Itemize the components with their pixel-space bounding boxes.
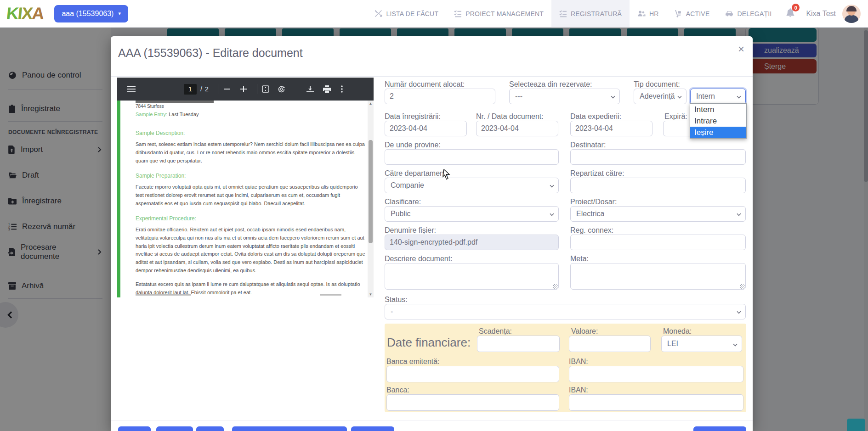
nav-item-lista-de-facut[interactable]: LISTA DE FĂCUT: [367, 0, 446, 28]
banca-label: Banca:: [386, 386, 409, 394]
avatar-body: [845, 15, 858, 23]
tip-document-select[interactable]: Adeverință: [634, 89, 686, 104]
data-expedierii-label: Data expedierii:: [570, 112, 621, 121]
tip-document-label: Tip document:: [634, 80, 680, 89]
close-icon[interactable]: ×: [738, 43, 744, 56]
chevron-down-icon: [550, 183, 554, 187]
catre-departament-label: Către departament:: [385, 169, 448, 178]
zoom-in-icon[interactable]: [240, 86, 247, 92]
moneda-value: LEI: [667, 340, 678, 348]
pdf-paragraph: Erati omnitae officaerio. Reictem aut et…: [136, 226, 365, 275]
rotate-icon[interactable]: [278, 85, 285, 93]
meta-label: Meta:: [570, 255, 589, 263]
nav-item-proiect-management[interactable]: PROIECT MANAGEMENT: [446, 0, 551, 28]
pdf-page[interactable]: 7844 Sturfoss Sample Entry: Last Tuesday…: [117, 101, 374, 297]
dropdown-option-intern[interactable]: Intern: [690, 104, 746, 115]
moneda-label: Moneda:: [663, 327, 692, 336]
scroll-down-icon[interactable]: ▼: [368, 291, 374, 297]
nav-item-label: PROIECT MANAGEMENT: [465, 10, 544, 17]
catre-departament-select[interactable]: Companie: [385, 178, 559, 193]
de-unde-provine-input[interactable]: [385, 149, 559, 165]
iban1-input[interactable]: [569, 366, 743, 382]
notifications-button[interactable]: 0: [779, 8, 801, 19]
pdf-scrollbar[interactable]: ▲ ▼: [368, 101, 374, 297]
nav-item-active[interactable]: ACTIVE: [667, 0, 718, 28]
nav-item-delegatii[interactable]: DELEGAȚII: [717, 0, 779, 28]
nav-item-hr[interactable]: HR: [630, 0, 667, 28]
data-expedierii-input[interactable]: [570, 121, 652, 136]
repartizat-catre-label: Repartizat către:: [570, 169, 624, 178]
tip-directie-select[interactable]: Intern: [690, 89, 746, 104]
pdf-heading: Sample Description:: [136, 129, 365, 138]
modal-footer-button-2[interactable]: [156, 426, 193, 431]
pdf-toolbar: 1 / 2: [117, 78, 374, 101]
data-inregistrarii-input[interactable]: [385, 121, 467, 136]
nav-item-registratura[interactable]: REGISTRATURĂ: [551, 0, 630, 28]
expira-label: Expiră:: [664, 112, 687, 121]
descriere-document-textarea[interactable]: [385, 263, 559, 290]
modal-footer-button-3[interactable]: [196, 426, 224, 431]
user-name: Kixa Test: [806, 10, 836, 18]
pdf-entry-value: Last Tuesday: [167, 112, 199, 117]
de-unde-provine-label: De unde provine:: [385, 141, 441, 149]
proiect-dosar-select[interactable]: Electrica: [570, 206, 746, 222]
meta-textarea[interactable]: [570, 263, 746, 290]
pdf-clipped-line: [136, 101, 214, 103]
checklist-icon: [559, 10, 567, 17]
pdf-entry-line: Sample Entry: Last Tuesday: [136, 111, 365, 119]
dropdown-option-iesire[interactable]: Ieșire: [690, 127, 746, 138]
banca-emitenta-label: Banca emitentă:: [386, 358, 440, 366]
banca-emitenta-input[interactable]: [386, 366, 559, 382]
denumire-fisier-label: Denumire fișier:: [385, 226, 436, 235]
fit-page-icon[interactable]: [262, 85, 269, 93]
valoare-input[interactable]: [569, 336, 651, 352]
reg-connex-input[interactable]: [570, 235, 746, 250]
pdf-address-line: 7844 Sturfoss: [136, 104, 164, 109]
denumire-fisier-input: [385, 235, 559, 250]
sidebar-toggle-icon[interactable]: [127, 86, 136, 92]
rezervate-label: Selecteaza din rezervate:: [509, 80, 592, 89]
print-icon[interactable]: [323, 85, 331, 93]
chevron-down-icon: [677, 94, 681, 98]
app-selector-button[interactable]: aaa (15539063) ▾: [54, 5, 128, 22]
modal-footer-button-5[interactable]: [351, 426, 394, 431]
modal-footer-button-1[interactable]: [118, 426, 151, 431]
modal-footer-close-button[interactable]: [693, 426, 746, 431]
zoom-out-icon[interactable]: [224, 89, 230, 90]
toolbar-divider: [219, 84, 219, 94]
rezervate-select[interactable]: ---: [509, 89, 620, 104]
scroll-up-icon[interactable]: ▲: [368, 101, 374, 106]
moneda-select[interactable]: LEI: [661, 336, 742, 352]
nr-data-document-input[interactable]: [476, 121, 558, 136]
iban2-input[interactable]: [569, 394, 743, 411]
dropdown-option-intrare[interactable]: Intrare: [690, 115, 746, 127]
page-number-input[interactable]: 1: [184, 84, 197, 95]
status-select[interactable]: -: [385, 304, 746, 319]
destinatar-input[interactable]: [570, 149, 746, 165]
clasificare-select[interactable]: Public: [385, 206, 559, 222]
avatar-hair: [846, 6, 857, 11]
nav-item-label: LISTA DE FĂCUT: [386, 10, 438, 17]
repartizat-catre-input[interactable]: [570, 178, 746, 193]
modal-footer-button-4[interactable]: [232, 426, 347, 431]
chevron-down-icon: [737, 94, 741, 98]
resize-grip[interactable]: [740, 284, 745, 289]
iban2-label: IBAN:: [569, 386, 588, 394]
pdf-scrollbar-thumb[interactable]: [369, 140, 373, 243]
kixa-logo[interactable]: KIXA: [6, 4, 45, 23]
edit-document-modal: AAA (15539063) - Editare document × 1 / …: [111, 36, 753, 431]
scroll-top-button[interactable]: [847, 419, 865, 431]
status-value: -: [391, 308, 393, 316]
scadenta-input[interactable]: [477, 336, 560, 352]
more-options-icon[interactable]: [341, 85, 343, 93]
page-separator: /: [200, 85, 202, 93]
modal-header-divider: [111, 76, 753, 77]
top-nav: KIXA aaa (15539063) ▾ LISTA DE FĂCUT PRO…: [0, 0, 868, 28]
date-financiare-title: Date financiare:: [387, 336, 471, 350]
resize-grip[interactable]: [553, 284, 558, 289]
nav-item-label: DELEGAȚII: [737, 10, 772, 17]
numar-input[interactable]: [385, 89, 495, 104]
download-icon[interactable]: [306, 85, 314, 93]
user-avatar[interactable]: [842, 5, 861, 23]
banca-input[interactable]: [386, 394, 559, 411]
